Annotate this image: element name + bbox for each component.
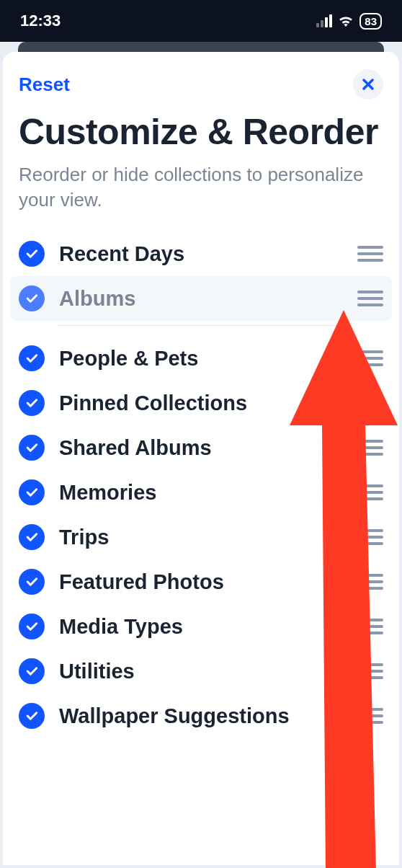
checkbox-icon[interactable] xyxy=(19,390,45,416)
drag-handle-icon[interactable] xyxy=(357,440,383,456)
checkbox-icon[interactable] xyxy=(19,569,45,595)
battery-indicator: 83 xyxy=(359,13,382,30)
list-item-label: Albums xyxy=(59,287,343,311)
drag-handle-icon[interactable] xyxy=(357,246,383,262)
status-bar: 12:33 83 xyxy=(0,0,402,42)
drag-handle-icon[interactable] xyxy=(357,619,383,634)
drag-handle-icon[interactable] xyxy=(357,484,383,500)
drag-handle-icon[interactable] xyxy=(357,395,383,411)
list-item-people-pets[interactable]: People & Pets xyxy=(19,336,383,381)
list-item-label: Trips xyxy=(59,526,343,549)
close-button[interactable] xyxy=(353,69,383,99)
list-item-featured-photos[interactable]: Featured Photos xyxy=(19,559,383,604)
status-indicators: 83 xyxy=(316,13,382,30)
checkbox-icon[interactable] xyxy=(19,703,45,729)
sheet-grabber-background xyxy=(18,42,384,52)
list-item-utilities[interactable]: Utilities xyxy=(19,649,383,694)
checkbox-icon[interactable] xyxy=(19,658,45,684)
page-subtitle: Reorder or hide collections to personali… xyxy=(19,162,383,213)
drag-handle-icon[interactable] xyxy=(357,291,383,306)
list-item-albums[interactable]: Albums xyxy=(10,276,392,321)
checkbox-icon[interactable] xyxy=(19,479,45,505)
drag-handle-icon[interactable] xyxy=(357,529,383,545)
list-item-label: Featured Photos xyxy=(59,570,343,594)
checkbox-icon[interactable] xyxy=(19,241,45,267)
list-item-label: Pinned Collections xyxy=(59,391,343,415)
list-item-pinned-collections[interactable]: Pinned Collections xyxy=(19,381,383,425)
list-item-shared-albums[interactable]: Shared Albums xyxy=(19,425,383,470)
customize-sheet: Reset Customize & Reorder Reorder or hid… xyxy=(3,52,399,865)
wifi-icon xyxy=(338,15,354,27)
close-icon xyxy=(362,78,375,91)
collections-list: Recent Days Albums People & Pets xyxy=(19,231,383,738)
drag-handle-icon[interactable] xyxy=(357,708,383,724)
sheet-header: Reset xyxy=(19,69,383,99)
list-item-label: Media Types xyxy=(59,615,343,639)
list-item-trips[interactable]: Trips xyxy=(19,515,383,559)
list-item-label: People & Pets xyxy=(59,347,343,371)
list-item-label: Recent Days xyxy=(59,242,343,266)
list-item-media-types[interactable]: Media Types xyxy=(19,604,383,649)
status-time: 12:33 xyxy=(20,12,61,30)
checkbox-icon[interactable] xyxy=(19,435,45,461)
checkbox-icon[interactable] xyxy=(19,614,45,639)
list-item-memories[interactable]: Memories xyxy=(19,470,383,515)
drag-handle-icon[interactable] xyxy=(357,350,383,366)
list-item-recent-days[interactable]: Recent Days xyxy=(19,231,383,276)
cellular-signal-icon xyxy=(316,14,332,27)
page-title: Customize & Reorder xyxy=(19,112,383,152)
drag-handle-icon[interactable] xyxy=(357,574,383,590)
list-item-label: Shared Albums xyxy=(59,436,343,460)
checkbox-icon[interactable] xyxy=(19,285,45,311)
list-item-label: Memories xyxy=(59,481,343,505)
list-divider xyxy=(58,325,344,326)
list-item-label: Utilities xyxy=(59,660,343,683)
drag-handle-icon[interactable] xyxy=(357,663,383,679)
checkbox-icon[interactable] xyxy=(19,345,45,371)
list-item-label: Wallpaper Suggestions xyxy=(59,704,343,728)
list-item-wallpaper-suggestions[interactable]: Wallpaper Suggestions xyxy=(19,694,383,738)
reset-button[interactable]: Reset xyxy=(19,74,70,96)
checkbox-icon[interactable] xyxy=(19,524,45,550)
